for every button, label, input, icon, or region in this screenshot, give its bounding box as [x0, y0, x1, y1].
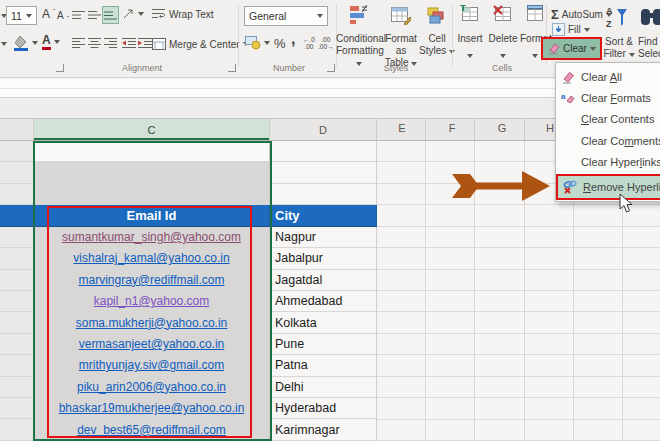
- email-cell[interactable]: soma.mukherji@yahoo.co.in: [34, 312, 270, 333]
- decrease-indent-button[interactable]: [120, 34, 137, 52]
- column-header-c[interactable]: C: [34, 119, 270, 140]
- menu-item-remove-hyperlinks[interactable]: Remove Hyperlinks: [556, 174, 660, 200]
- email-link[interactable]: marvingray@rediffmail.com: [79, 273, 225, 287]
- align-middle-button[interactable]: [86, 6, 103, 24]
- delete-cells-button[interactable]: Delete: [488, 33, 518, 61]
- cell[interactable]: [0, 248, 34, 269]
- clear-dropdown-menu: Clear All a Clear Formats Clear Contents…: [555, 62, 660, 202]
- email-cell[interactable]: kapil_n1@yahoo.com: [34, 291, 270, 312]
- cell[interactable]: [270, 141, 377, 162]
- align-left-icon: [72, 37, 85, 49]
- insert-cells-button[interactable]: Insert: [456, 33, 484, 61]
- email-header-cell[interactable]: Email Id: [34, 205, 270, 226]
- align-center-button[interactable]: [86, 34, 103, 52]
- clear-button[interactable]: Clear: [543, 39, 600, 58]
- email-cell[interactable]: dev_best65@rediffmail.com: [34, 419, 270, 440]
- email-cell[interactable]: bhaskar19mukherjee@yahoo.co.in: [34, 398, 270, 419]
- cell[interactable]: [0, 398, 34, 419]
- fill-button[interactable]: Fill: [552, 23, 590, 36]
- merge-center-button[interactable]: Merge & Center: [152, 38, 249, 50]
- cell[interactable]: [0, 205, 34, 226]
- active-cell[interactable]: [34, 141, 270, 162]
- city-cell[interactable]: Jagatdal: [270, 270, 377, 291]
- email-link[interactable]: dev_best65@rediffmail.com: [77, 423, 226, 437]
- number-format-select[interactable]: General: [244, 6, 328, 26]
- increase-decimal-button[interactable]: ←.0 .00: [303, 37, 315, 50]
- city-cell[interactable]: Karimnagar: [270, 419, 377, 440]
- cell[interactable]: [0, 141, 34, 162]
- cell[interactable]: [0, 377, 34, 398]
- city-header-cell[interactable]: City: [270, 205, 377, 226]
- border-dropdown-caret[interactable]: [1, 42, 7, 46]
- city-cell[interactable]: Pune: [270, 334, 377, 355]
- email-link[interactable]: vermasanjeet@yahoo.co.in: [79, 337, 225, 351]
- cell[interactable]: [0, 312, 34, 333]
- fill-color-button[interactable]: [13, 35, 38, 51]
- menu-item-clear-hyperlinks[interactable]: Clear Hyperlinks: [556, 152, 660, 173]
- alignment-dialog-launcher[interactable]: [228, 64, 236, 72]
- cell[interactable]: [34, 184, 270, 205]
- cell[interactable]: [0, 355, 34, 376]
- accounting-format-button[interactable]: [245, 35, 270, 50]
- find-select-button[interactable]: Find Selec: [638, 36, 660, 60]
- column-header-b[interactable]: [0, 119, 34, 140]
- align-left-button[interactable]: [70, 34, 87, 52]
- grow-font-button[interactable]: Aˆ: [42, 7, 55, 21]
- email-cell[interactable]: piku_arin2006@yahoo.co.in: [34, 377, 270, 398]
- cell[interactable]: [0, 227, 34, 248]
- font-dialog-launcher[interactable]: [56, 64, 64, 72]
- sort-filter-button[interactable]: AZ Sort & Filter: [598, 36, 640, 60]
- svg-text:a: a: [561, 92, 566, 101]
- email-cell[interactable]: sumantkumar_singh@yahoo.com: [34, 227, 270, 248]
- menu-item-clear-all[interactable]: Clear All: [556, 66, 660, 87]
- city-cell[interactable]: Patna: [270, 355, 377, 376]
- city-cell[interactable]: Ahmedabad: [270, 291, 377, 312]
- align-bottom-button[interactable]: [102, 6, 119, 24]
- cell[interactable]: [0, 334, 34, 355]
- orientation-button[interactable]: [122, 8, 144, 20]
- email-link[interactable]: mrithyunjay.siv@gmail.com: [79, 358, 224, 372]
- menu-item-clear-comments[interactable]: Clear Comments: [556, 130, 660, 151]
- email-cell[interactable]: vermasanjeet@yahoo.co.in: [34, 334, 270, 355]
- font-size-input[interactable]: 11: [6, 6, 37, 25]
- city-cell[interactable]: Nagpur: [270, 227, 377, 248]
- comma-style-button[interactable]: ,: [291, 30, 295, 48]
- city-cell[interactable]: Hyderabad: [270, 398, 377, 419]
- cell[interactable]: [34, 162, 270, 183]
- increase-indent-button[interactable]: [136, 34, 153, 52]
- cell[interactable]: [0, 419, 34, 440]
- column-header-e[interactable]: E: [395, 122, 409, 134]
- email-cell[interactable]: mrithyunjay.siv@gmail.com: [34, 355, 270, 376]
- email-cell[interactable]: vishalraj_kamal@yahoo.co.in: [34, 248, 270, 269]
- email-link[interactable]: piku_arin2006@yahoo.co.in: [77, 380, 226, 394]
- city-cell[interactable]: Jabalpur: [270, 248, 377, 269]
- menu-item-clear-formats[interactable]: a Clear Formats: [556, 87, 660, 108]
- column-header-f[interactable]: F: [445, 122, 459, 134]
- cell[interactable]: [0, 270, 34, 291]
- shrink-font-button[interactable]: Aˇ: [57, 9, 69, 22]
- cell[interactable]: [0, 291, 34, 312]
- wrap-text-button[interactable]: Wrap Text: [152, 8, 214, 20]
- city-cell[interactable]: Delhi: [270, 377, 377, 398]
- email-link[interactable]: sumantkumar_singh@yahoo.com: [62, 230, 241, 244]
- percent-style-button[interactable]: %: [274, 36, 286, 51]
- email-cell[interactable]: marvingray@rediffmail.com: [34, 270, 270, 291]
- email-link[interactable]: bhaskar19mukherjee@yahoo.co.in: [59, 401, 245, 415]
- column-header-d[interactable]: D: [270, 119, 377, 140]
- cell[interactable]: [270, 184, 377, 205]
- align-right-button[interactable]: [102, 34, 119, 52]
- decrease-decimal-button[interactable]: .00 .00→: [318, 37, 334, 50]
- city-cell[interactable]: Kolkata: [270, 312, 377, 333]
- email-link[interactable]: soma.mukherji@yahoo.co.in: [76, 316, 228, 330]
- column-header-g[interactable]: G: [495, 122, 509, 134]
- email-link[interactable]: kapil_n1@yahoo.com: [94, 294, 210, 308]
- email-link[interactable]: vishalraj_kamal@yahoo.co.in: [73, 251, 229, 265]
- cell[interactable]: [270, 162, 377, 183]
- font-color-button[interactable]: A: [42, 34, 60, 50]
- number-dialog-launcher[interactable]: [327, 64, 335, 72]
- cell[interactable]: [0, 184, 34, 205]
- align-top-button[interactable]: [70, 6, 87, 24]
- cell[interactable]: [0, 162, 34, 183]
- menu-item-clear-contents[interactable]: Clear Contents: [556, 109, 660, 130]
- autosum-button[interactable]: Σ AutoSum: [551, 7, 612, 22]
